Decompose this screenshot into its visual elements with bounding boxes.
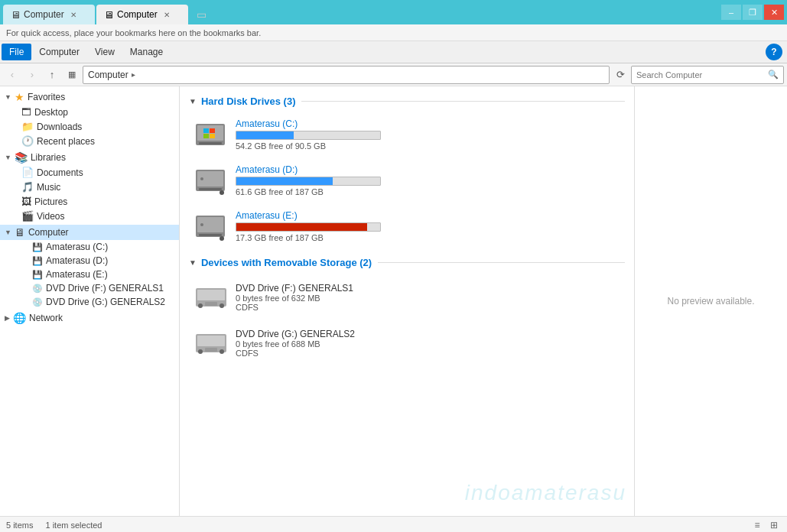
sidebar-libraries-header[interactable]: ▼ 📚 Libraries	[0, 150, 179, 165]
device-f-fs: CDFS	[236, 303, 353, 312]
sidebar-section-favorites: ▼ ★ Favorites 🗔 Desktop 📁 Downloads 🕐 Re…	[0, 89, 179, 148]
videos-icon: 🎬	[21, 210, 34, 222]
sidebar-item-d[interactable]: 💾 Amaterasu (D:)	[0, 254, 179, 268]
restore-button[interactable]: ❐	[743, 5, 763, 20]
drive-c-item[interactable]: Amaterasu (C:) 54.2 GB free of 90.5 GB	[189, 113, 625, 156]
sidebar-item-g[interactable]: 💿 DVD Drive (G:) GENERALS2	[0, 295, 179, 309]
svg-rect-23	[197, 336, 225, 346]
sidebar-item-c[interactable]: 💾 Amaterasu (C:)	[0, 240, 179, 254]
sidebar-item-pictures[interactable]: 🖼 Pictures	[0, 194, 179, 209]
music-icon: 🎵	[21, 181, 34, 193]
sidebar-favorites-label: Favorites	[28, 92, 65, 102]
forward-button[interactable]: ›	[23, 66, 41, 84]
sidebar-section-computer: ▼ 🖥 Computer 💾 Amaterasu (C:) 💾 Amateras…	[0, 225, 179, 309]
dvd-g-svg	[194, 326, 228, 360]
dvd-f-svg	[194, 281, 228, 314]
menu-computer[interactable]: Computer	[31, 44, 87, 60]
help-button[interactable]: ?	[766, 44, 782, 60]
search-bar[interactable]: 🔍	[631, 66, 784, 84]
tab-close-2[interactable]: ✕	[164, 11, 170, 19]
sidebar-item-recent-places[interactable]: 🕐 Recent places	[0, 134, 179, 148]
sidebar-videos-label: Videos	[37, 211, 64, 222]
title-bar: 🖥 Computer ✕ 🖥 Computer ✕ ▭ – ❐ ✕	[0, 0, 787, 24]
svg-rect-14	[199, 234, 222, 236]
tab-label-1: Computer	[24, 9, 64, 20]
dvd-g-icon	[194, 326, 228, 360]
menu-manage[interactable]: Manage	[122, 44, 171, 60]
desktop-icon: 🗔	[21, 106, 31, 118]
sidebar-pictures-label: Pictures	[34, 196, 67, 207]
sidebar-item-desktop[interactable]: 🗔 Desktop	[0, 105, 179, 119]
chevron-favorites: ▼	[5, 93, 11, 101]
computer-icon: 🖥	[15, 226, 25, 238]
sidebar-item-documents[interactable]: 📄 Documents	[0, 165, 179, 180]
status-bar-right: ≡ ⊞	[750, 518, 781, 532]
sidebar-c-label: Amaterasu (C:)	[46, 242, 108, 252]
drive-e-icon-container	[194, 209, 228, 243]
address-bar[interactable]: Computer ▸	[83, 66, 610, 84]
drive-d-info: Amaterasu (D:) 61.6 GB free of 187 GB	[236, 164, 620, 196]
drive-e-item[interactable]: Amaterasu (E:) 17.3 GB free of 187 GB	[189, 205, 625, 248]
drive-e-progress-bg	[236, 222, 381, 232]
removable-section-divider	[378, 262, 625, 263]
selected-count: 1 item selected	[45, 521, 102, 530]
drive-d-item[interactable]: Amaterasu (D:) 61.6 GB free of 187 GB	[189, 159, 625, 202]
up-button[interactable]: ↑	[43, 66, 61, 84]
sidebar-item-e[interactable]: 💾 Amaterasu (E:)	[0, 268, 179, 281]
tab-computer-2[interactable]: 🖥 Computer ✕	[96, 5, 188, 24]
drive-d-icon-container	[194, 164, 228, 197]
sidebar-item-f[interactable]: 💿 DVD Drive (F:) GENERALS1	[0, 281, 179, 295]
device-g-item[interactable]: DVD Drive (G:) GENERALS2 0 bytes free of…	[189, 320, 625, 366]
view-details-button[interactable]: ≡	[750, 518, 764, 532]
tab-computer-1[interactable]: 🖥 Computer ✕	[3, 5, 95, 24]
no-preview-text: No preview available.	[667, 296, 754, 307]
removable-section-title: Devices with Removable Storage (2)	[201, 257, 372, 268]
removable-storage-header: ▼ Devices with Removable Storage (2)	[189, 257, 625, 268]
close-button[interactable]: ✕	[764, 5, 784, 20]
content-area: ▼ Hard Disk Drives (3)	[180, 86, 634, 516]
search-input[interactable]	[636, 70, 765, 79]
tabs-area: 🖥 Computer ✕ 🖥 Computer ✕ ▭	[3, 0, 721, 24]
folder-view-button[interactable]: ▦	[63, 66, 81, 84]
svg-rect-4	[210, 128, 215, 133]
tab-close-1[interactable]: ✕	[70, 11, 76, 19]
device-g-fs: CDFS	[236, 349, 355, 358]
sidebar-network-header[interactable]: ▶ 🌐 Network	[0, 310, 179, 326]
svg-rect-19	[205, 302, 217, 306]
device-g-name: DVD Drive (G:) GENERALS2	[236, 329, 355, 339]
menu-file[interactable]: File	[2, 44, 31, 60]
back-button[interactable]: ‹	[3, 66, 21, 84]
hdd-d-svg	[194, 164, 228, 197]
menu-view[interactable]: View	[87, 44, 122, 60]
status-bar: 5 items 1 item selected ≡ ⊞	[0, 516, 787, 532]
drive-d-name: Amaterasu (D:)	[236, 164, 620, 175]
sidebar-computer-header[interactable]: ▼ 🖥 Computer	[0, 225, 179, 240]
chevron-network: ▶	[5, 314, 10, 322]
svg-rect-5	[203, 134, 209, 138]
view-tiles-button[interactable]: ⊞	[767, 518, 781, 532]
hdd-section-title: Hard Disk Drives (3)	[201, 96, 296, 107]
sidebar-favorites-header[interactable]: ▼ ★ Favorites	[0, 89, 179, 105]
minimize-button[interactable]: –	[721, 5, 741, 20]
drive-e-space: 17.3 GB free of 187 GB	[236, 233, 620, 242]
hdd-e-svg	[194, 209, 228, 243]
removable-section-chevron: ▼	[189, 258, 197, 267]
refresh-button[interactable]: ⟳	[611, 66, 629, 84]
sidebar-desktop-label: Desktop	[34, 107, 68, 118]
sidebar-music-label: Music	[37, 182, 60, 193]
svg-rect-24	[205, 348, 217, 352]
svg-point-10	[220, 190, 224, 195]
nav-bar: ‹ › ↑ ▦ Computer ▸ ⟳ 🔍	[0, 63, 787, 86]
sidebar-item-music[interactable]: 🎵 Music	[0, 180, 179, 194]
sidebar-libraries-label: Libraries	[31, 152, 66, 163]
drive-c-icon-container	[194, 118, 228, 151]
sidebar-item-videos[interactable]: 🎬 Videos	[0, 209, 179, 223]
chevron-computer: ▼	[5, 229, 11, 236]
new-tab-button[interactable]: ▭	[190, 5, 213, 24]
sidebar-item-downloads[interactable]: 📁 Downloads	[0, 119, 179, 134]
drive-c-progress-fill	[236, 131, 294, 139]
sidebar-section-network: ▶ 🌐 Network	[0, 310, 179, 326]
drive-d-progress-bg	[236, 177, 381, 186]
favorites-icon: ★	[15, 91, 24, 103]
device-f-item[interactable]: DVD Drive (F:) GENERALS1 0 bytes free of…	[189, 274, 625, 320]
